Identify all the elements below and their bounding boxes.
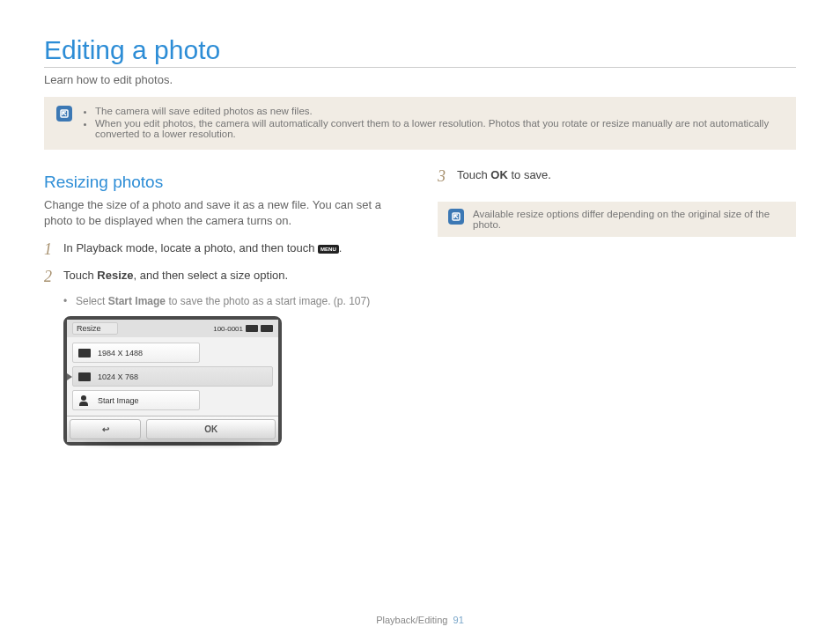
page-footer: Playback/Editing 91: [0, 615, 840, 625]
step-2-sub-bold: Start Image: [108, 295, 166, 307]
top-note-item: The camera will save edited photos as ne…: [95, 106, 784, 116]
person-icon: [78, 395, 91, 406]
resize-option-label: 1024 X 768: [98, 372, 138, 381]
step-3-text-post: to save.: [508, 168, 551, 181]
battery-icon: [261, 325, 273, 332]
step-number: 1: [44, 240, 63, 259]
resize-size-icon: [78, 372, 91, 381]
step-3: 3 Touch OK to save.: [438, 167, 796, 186]
top-note-content: The camera will save edited photos as ne…: [81, 106, 784, 141]
step-2-bold: Resize: [97, 269, 133, 282]
top-note-item: When you edit photos, the camera will au…: [95, 118, 784, 139]
step-2-sub-post: to save the photo as a start image. (p. …: [166, 295, 370, 307]
resize-option[interactable]: 1024 X 768: [72, 366, 273, 387]
card-icon: [246, 325, 258, 332]
step-2-sub-pre: Select: [76, 295, 108, 307]
step-2: 2 Touch Resize, and then select a size o…: [44, 268, 402, 286]
top-note-box: The camera will save edited photos as ne…: [44, 97, 796, 150]
camera-screen: Resize 100-0001 1984 X 1488 1024 X 768: [63, 316, 282, 446]
side-note-text: Available resize options differ dependin…: [473, 209, 785, 230]
resize-option[interactable]: 1984 X 1488: [72, 343, 200, 363]
resize-option-label: 1984 X 1488: [98, 349, 143, 358]
step-3-text-pre: Touch: [457, 168, 490, 181]
resize-option-label: Start Image: [98, 396, 139, 405]
file-number: 100-0001: [213, 325, 243, 333]
menu-icon: MENU: [318, 245, 339, 254]
section-heading: Resizing photos: [44, 173, 402, 192]
ok-text-icon: OK: [490, 168, 508, 181]
step-1: 1 In Playback mode, locate a photo, and …: [44, 240, 402, 259]
screen-title: Resize: [72, 322, 118, 335]
resize-option[interactable]: Start Image: [72, 390, 200, 410]
right-column: 3 Touch OK to save. Available resize opt…: [438, 167, 796, 446]
footer-section: Playback/Editing: [376, 615, 447, 625]
note-icon: [448, 209, 464, 225]
step-2-sub: • Select Start Image to save the photo a…: [63, 295, 402, 307]
ok-button[interactable]: OK: [146, 419, 276, 439]
note-icon: [56, 106, 72, 122]
page-intro: Learn how to edit photos.: [44, 73, 796, 86]
step-number: 3: [438, 167, 457, 186]
step-2-text-post: , and then select a size option.: [134, 269, 289, 282]
side-note-box: Available resize options differ dependin…: [438, 202, 796, 237]
page-title: Editing a photo: [44, 35, 796, 68]
left-column: Resizing photos Change the size of a pho…: [44, 167, 402, 446]
step-1-text-post: .: [339, 241, 343, 254]
step-2-text-pre: Touch: [63, 269, 97, 282]
back-button[interactable]: ↩: [70, 419, 141, 439]
resize-size-icon: [78, 349, 91, 358]
footer-page: 91: [453, 615, 464, 625]
step-number: 2: [44, 268, 63, 286]
step-1-text-pre: In Playback mode, locate a photo, and th…: [63, 241, 318, 254]
section-desc: Change the size of a photo and save it a…: [44, 197, 402, 228]
